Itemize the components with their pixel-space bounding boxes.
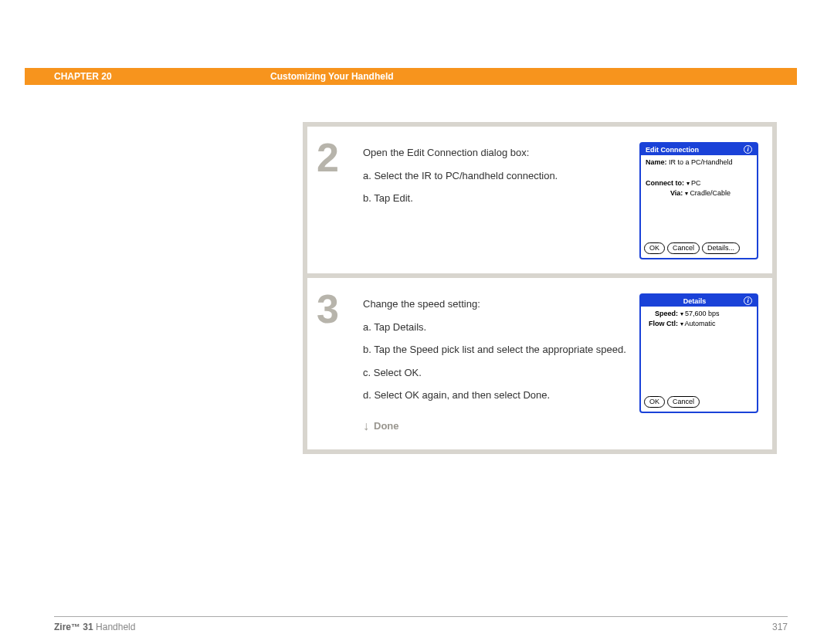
speed-row: Speed: ▾ 57,600 bps xyxy=(646,310,752,317)
steps-panel: 2 Open the Edit Connection dialog box: a… xyxy=(303,122,777,454)
palm-screenshot: Edit Connection i Name: IR to a PC/Handh… xyxy=(639,142,758,259)
window-buttons: OK Cancel xyxy=(641,393,757,412)
flow-label: Flow Ctl: xyxy=(649,320,678,327)
window-buttons: OK Cancel Details... xyxy=(641,239,757,258)
product-bold: Zire™ 31 xyxy=(54,622,93,632)
page-number: 317 xyxy=(772,622,788,632)
step-block: 2 Open the Edit Connection dialog box: a… xyxy=(307,127,772,273)
step-item: b. Tap Edit. xyxy=(363,191,629,206)
done-indicator: ↓ Done xyxy=(363,417,629,436)
cancel-button[interactable]: Cancel xyxy=(667,396,700,408)
window-body: Speed: ▾ 57,600 bps Flow Ctl: ▾ Automati… xyxy=(641,307,757,393)
name-value: IR to a PC/Handheld xyxy=(669,158,733,166)
step-item: d. Select OK again, and then select Done… xyxy=(363,388,629,403)
step-number: 3 xyxy=(317,289,363,436)
window-title: Details xyxy=(646,297,744,305)
info-icon: i xyxy=(744,297,752,305)
dropdown-icon: ▾ xyxy=(685,190,688,197)
via-label: Via: xyxy=(670,189,683,197)
window-titlebar: Details i xyxy=(641,295,757,307)
connect-label: Connect to: xyxy=(646,179,684,187)
step-item: c. Select OK. xyxy=(363,365,629,381)
edit-connection-window: Edit Connection i Name: IR to a PC/Handh… xyxy=(639,142,758,259)
dropdown-icon: ▾ xyxy=(680,310,683,317)
step-item: a. Select the IR to PC/handheld connecti… xyxy=(363,168,629,184)
window-title: Edit Connection xyxy=(646,146,699,154)
step-item: b. Tap the Speed pick list and select th… xyxy=(363,342,629,358)
cancel-button[interactable]: Cancel xyxy=(667,242,700,254)
chapter-header: CHAPTER 20 Customizing Your Handheld xyxy=(25,68,797,85)
details-button[interactable]: Details... xyxy=(702,242,740,254)
step-item: a. Tap Details. xyxy=(363,320,629,335)
step-block: 3 Change the speed setting: a. Tap Detai… xyxy=(307,278,772,449)
dropdown-icon: ▾ xyxy=(680,320,683,327)
window-titlebar: Edit Connection i xyxy=(641,144,757,155)
step-intro: Change the speed setting: xyxy=(363,297,629,312)
palm-screenshot: Details i Speed: ▾ 57,600 bps Flow Ctl: … xyxy=(639,293,758,436)
page-footer: Zire™ 31 Handheld 317 xyxy=(54,616,788,632)
via-value: Cradle/Cable xyxy=(690,189,731,197)
name-row: Name: IR to a PC/Handheld xyxy=(646,158,752,166)
ok-button[interactable]: OK xyxy=(644,242,665,254)
details-window: Details i Speed: ▾ 57,600 bps Flow Ctl: … xyxy=(639,293,758,413)
step-intro: Open the Edit Connection dialog box: xyxy=(363,145,629,161)
chapter-title: Customizing Your Handheld xyxy=(270,71,394,82)
step-body: Open the Edit Connection dialog box: a. … xyxy=(363,137,639,259)
via-row: Via: ▾ Cradle/Cable xyxy=(646,189,752,197)
speed-label: Speed: xyxy=(655,310,678,317)
flow-value: Automatic xyxy=(685,320,716,327)
step-number: 2 xyxy=(317,137,363,259)
flow-row: Flow Ctl: ▾ Automatic xyxy=(646,320,752,327)
chapter-number: CHAPTER 20 xyxy=(54,71,270,82)
connect-value: PC xyxy=(691,179,701,187)
product-rest: Handheld xyxy=(93,622,136,632)
product-name: Zire™ 31 Handheld xyxy=(54,622,135,632)
step-body: Change the speed setting: a. Tap Details… xyxy=(363,289,639,436)
info-icon: i xyxy=(744,145,752,154)
down-arrow-icon: ↓ xyxy=(363,417,369,436)
ok-button[interactable]: OK xyxy=(644,396,665,408)
speed-value: 57,600 bps xyxy=(685,310,720,317)
connect-row: Connect to: ▾ PC xyxy=(646,179,752,187)
name-label: Name: xyxy=(646,158,667,166)
dropdown-icon: ▾ xyxy=(687,180,690,187)
window-body: Name: IR to a PC/Handheld Connect to: ▾ … xyxy=(641,155,757,239)
done-label: Done xyxy=(374,419,399,434)
